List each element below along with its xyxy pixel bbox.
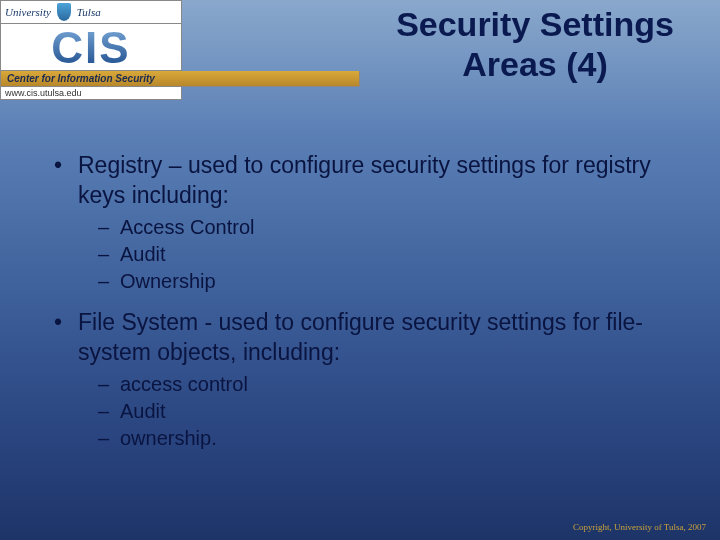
bullet-dash-icon: – [98, 241, 120, 268]
bullet-level2: – Access Control [98, 214, 680, 241]
bullet-level1: • Registry – used to configure security … [50, 150, 680, 210]
cis-logo: CIS [0, 24, 182, 71]
bullet-level2: – Audit [98, 241, 680, 268]
content: • Registry – used to configure security … [50, 150, 680, 452]
center-bar: Center for Information Security [0, 71, 360, 87]
logo-block: University Tulsa CIS Center for Informat… [0, 0, 360, 100]
url-text: www.cis.utulsa.edu [0, 87, 182, 100]
bullet-text: Ownership [120, 268, 216, 295]
bullet-level2: – access control [98, 371, 680, 398]
university-logo: University Tulsa [0, 0, 182, 24]
bullet-dot-icon: • [50, 150, 78, 210]
bullet-text: Access Control [120, 214, 255, 241]
bullet-dash-icon: – [98, 268, 120, 295]
bullet-text: access control [120, 371, 248, 398]
slide-title: Security Settings Areas (4) [360, 0, 720, 84]
bullet-dash-icon: – [98, 425, 120, 452]
bullet-dot-icon: • [50, 307, 78, 367]
slide: University Tulsa CIS Center for Informat… [0, 0, 720, 540]
bullet-dash-icon: – [98, 214, 120, 241]
shield-icon [57, 3, 71, 21]
bullet-level2: – Ownership [98, 268, 680, 295]
bullet-text: Audit [120, 241, 166, 268]
copyright: Copyright, University of Tulsa, 2007 [573, 522, 706, 532]
cis-text: CIS [1, 26, 181, 70]
bullet-dash-icon: – [98, 398, 120, 425]
bullet-text: Audit [120, 398, 166, 425]
bullet-dash-icon: – [98, 371, 120, 398]
bullet-text: Registry – used to configure security se… [78, 150, 680, 210]
bullet-text: ownership. [120, 425, 217, 452]
university-text-right: Tulsa [77, 6, 101, 18]
bullet-level2: – Audit [98, 398, 680, 425]
header: University Tulsa CIS Center for Informat… [0, 0, 720, 100]
bullet-level1: • File System - used to configure securi… [50, 307, 680, 367]
bullet-level2: – ownership. [98, 425, 680, 452]
bullet-text: File System - used to configure security… [78, 307, 680, 367]
university-text-left: University [5, 6, 51, 18]
